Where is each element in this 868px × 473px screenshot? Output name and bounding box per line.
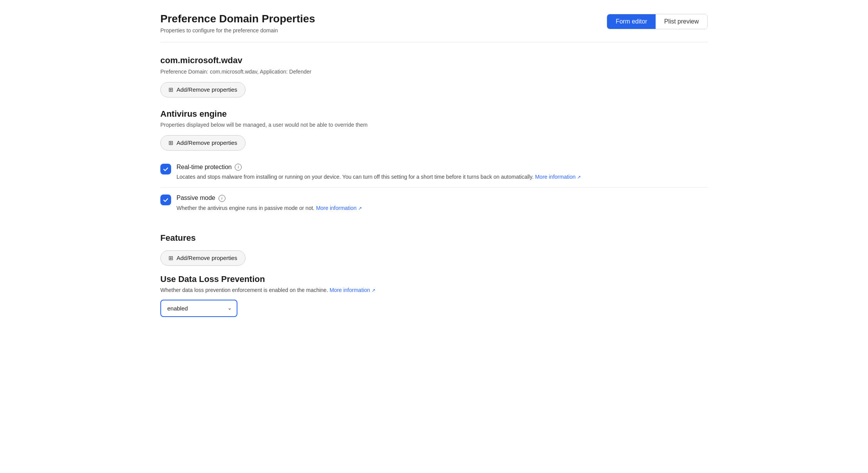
dlp-more-info-link[interactable]: More information ↗ (330, 287, 375, 293)
add-remove-icon: ⊞ (168, 86, 173, 93)
domain-add-remove-label: Add/Remove properties (177, 86, 237, 93)
features-title: Features (160, 232, 708, 244)
form-editor-button[interactable]: Form editor (607, 14, 656, 29)
antivirus-engine-title: Antivirus engine (160, 108, 708, 120)
page-container: Preference Domain Properties Properties … (145, 0, 723, 354)
external-link-icon-2: ↗ (358, 206, 362, 211)
real-time-protection-checkbox[interactable] (160, 164, 171, 174)
domain-section: com.microsoft.wdav Preference Domain: co… (160, 55, 708, 97)
passive-mode-checkbox[interactable] (160, 195, 171, 205)
dlp-description: Whether data loss prevention enforcement… (160, 287, 708, 294)
real-time-protection-more-info-link[interactable]: More information ↗ (535, 174, 581, 180)
plist-preview-button[interactable]: Plist preview (656, 14, 707, 29)
passive-mode-row: Passive mode i Whether the antivirus eng… (160, 188, 708, 218)
passive-mode-description: Whether the antivirus engine runs in pas… (177, 204, 708, 212)
features-add-remove-label: Add/Remove properties (177, 255, 237, 261)
real-time-protection-content: Real-time protection i Locates and stops… (177, 163, 708, 181)
add-remove-icon-3: ⊞ (168, 255, 173, 262)
real-time-protection-name-row: Real-time protection i (177, 163, 708, 171)
real-time-protection-description: Locates and stops malware from installin… (177, 173, 708, 181)
page-header: Preference Domain Properties Properties … (160, 12, 708, 42)
dlp-select[interactable]: enabled disabled audit (160, 300, 237, 317)
antivirus-property-list: Real-time protection i Locates and stops… (160, 157, 708, 218)
real-time-protection-name: Real-time protection (177, 163, 232, 171)
dlp-block: Use Data Loss Prevention Whether data lo… (160, 273, 708, 317)
checkmark-icon (163, 166, 169, 172)
passive-mode-name-row: Passive mode i (177, 194, 708, 202)
features-section: Features ⊞ Add/Remove properties Use Dat… (160, 232, 708, 317)
passive-mode-info-icon: i (219, 195, 225, 202)
antivirus-add-remove-button[interactable]: ⊞ Add/Remove properties (160, 135, 246, 151)
dlp-select-wrapper: enabled disabled audit ⌄ (160, 300, 237, 317)
passive-mode-more-info-link[interactable]: More information ↗ (316, 205, 362, 211)
add-remove-icon-2: ⊞ (168, 139, 173, 146)
external-link-icon: ↗ (577, 174, 581, 180)
passive-mode-name: Passive mode (177, 194, 215, 202)
page-title-block: Preference Domain Properties Properties … (160, 12, 315, 34)
page-title: Preference Domain Properties (160, 12, 315, 25)
page-subtitle: Properties to configure for the preferen… (160, 27, 315, 35)
features-add-remove-button[interactable]: ⊞ Add/Remove properties (160, 250, 246, 266)
antivirus-add-remove-label: Add/Remove properties (177, 139, 237, 146)
real-time-protection-row: Real-time protection i Locates and stops… (160, 157, 708, 188)
antivirus-engine-section: Antivirus engine Properties displayed be… (160, 108, 708, 218)
domain-add-remove-button[interactable]: ⊞ Add/Remove properties (160, 82, 246, 97)
checkmark-icon-2 (163, 197, 169, 203)
external-link-icon-3: ↗ (372, 288, 375, 293)
antivirus-engine-description: Properties displayed below will be manag… (160, 121, 708, 129)
domain-name: com.microsoft.wdav (160, 55, 708, 67)
dlp-title: Use Data Loss Prevention (160, 273, 708, 285)
real-time-protection-info-icon: i (235, 164, 242, 171)
passive-mode-content: Passive mode i Whether the antivirus eng… (177, 194, 708, 212)
view-toggle: Form editor Plist preview (607, 14, 708, 29)
domain-meta: Preference Domain: com.microsoft.wdav, A… (160, 68, 708, 76)
